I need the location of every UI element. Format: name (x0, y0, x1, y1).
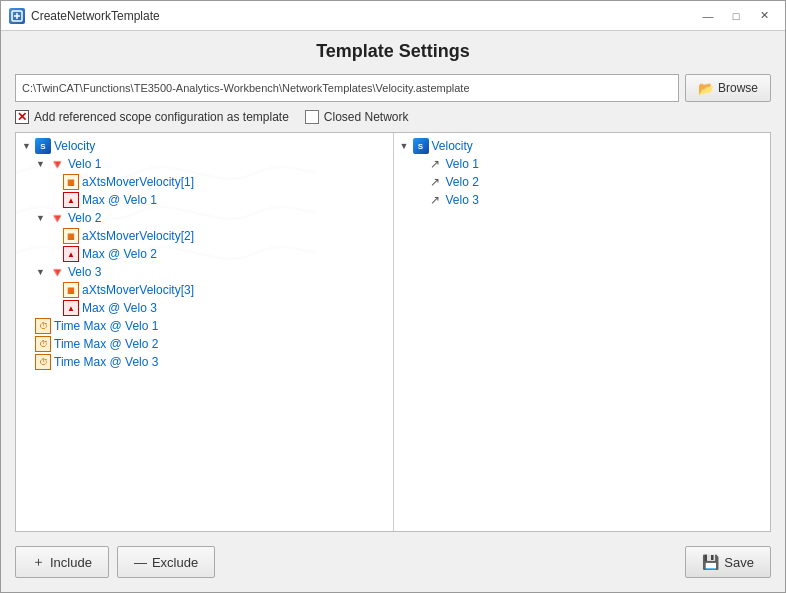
browse-button[interactable]: 📂 Browse (685, 74, 771, 102)
footer-left-buttons: ＋ Include — Exclude (15, 546, 215, 578)
main-content: Template Settings 📂 Browse ✕ Add referen… (1, 31, 785, 592)
left-tree-root[interactable]: ▼ S Velocity (20, 137, 389, 155)
left-root-label: Velocity (54, 139, 95, 153)
maximize-button[interactable]: □ (723, 5, 749, 27)
scope-icon: S (35, 138, 51, 154)
left-time2-label: Time Max @ Velo 2 (54, 337, 158, 351)
max-icon: ▲ (63, 192, 79, 208)
left-velo3-label: Velo 3 (68, 265, 101, 279)
closed-network-label: Closed Network (324, 110, 409, 124)
closed-network-checkbox[interactable] (305, 110, 319, 124)
scope-config-label: Add referenced scope configuration as te… (34, 110, 289, 124)
left-time3-label: Time Max @ Velo 3 (54, 355, 158, 369)
panels-container: ▼ S Velocity ▼ 🔻 Velo 1 ▶ ▦ aXtsMoverVel… (15, 132, 771, 532)
save-button[interactable]: 💾 Save (685, 546, 771, 578)
array-icon2: ▦ (63, 228, 79, 244)
time-icon1: ⏱ (35, 318, 51, 334)
right-root-label: Velocity (432, 139, 473, 153)
left-array3-label: aXtsMoverVelocity[3] (82, 283, 194, 297)
left-array2-item[interactable]: ▶ ▦ aXtsMoverVelocity[2] (48, 227, 389, 245)
template-path-input[interactable] (15, 74, 679, 102)
scope-config-checkbox-label[interactable]: ✕ Add referenced scope configuration as … (15, 110, 289, 124)
expand-icon: ▼ (36, 267, 46, 277)
left-velo2-label: Velo 2 (68, 211, 101, 225)
expand-icon: ▼ (36, 213, 46, 223)
exclude-minus-icon: — (134, 555, 147, 570)
right-velo1-item[interactable]: ▶ ↗ Velo 1 (412, 155, 767, 173)
left-max3-item[interactable]: ▶ ▲ Max @ Velo 3 (48, 299, 389, 317)
exclude-label: Exclude (152, 555, 198, 570)
right-panel: ▼ S Velocity ▶ ↗ Velo 1 ▶ ↗ Velo 2 (394, 133, 771, 531)
include-button[interactable]: ＋ Include (15, 546, 109, 578)
scope-config-checkmark: ✕ (17, 111, 27, 123)
title-bar-left: CreateNetworkTemplate (9, 8, 160, 24)
title-bar: CreateNetworkTemplate — □ ✕ (1, 1, 785, 31)
left-max3-label: Max @ Velo 3 (82, 301, 157, 315)
right-velo1-label: Velo 1 (446, 157, 479, 171)
velo-item-icon3: ↗ (427, 192, 443, 208)
title-bar-controls: — □ ✕ (695, 5, 777, 27)
include-label: Include (50, 555, 92, 570)
expand-icon: ▼ (400, 141, 410, 151)
left-array2-label: aXtsMoverVelocity[2] (82, 229, 194, 243)
left-velo1-group[interactable]: ▼ 🔻 Velo 1 (34, 155, 389, 173)
save-label: Save (724, 555, 754, 570)
browse-label: Browse (718, 81, 758, 95)
expand-icon: ▼ (22, 141, 32, 151)
max-icon3: ▲ (63, 300, 79, 316)
app-icon (9, 8, 25, 24)
left-time3-item[interactable]: ▶ ⏱ Time Max @ Velo 3 (20, 353, 389, 371)
include-plus-icon: ＋ (32, 553, 45, 571)
velo-item-icon1: ↗ (427, 156, 443, 172)
time-icon2: ⏱ (35, 336, 51, 352)
time-icon3: ⏱ (35, 354, 51, 370)
left-velo1-label: Velo 1 (68, 157, 101, 171)
left-max1-label: Max @ Velo 1 (82, 193, 157, 207)
path-row: 📂 Browse (15, 74, 771, 102)
right-velo3-label: Velo 3 (446, 193, 479, 207)
expand-icon: ▼ (36, 159, 46, 169)
channel-group-icon3: 🔻 (49, 264, 65, 280)
left-time2-item[interactable]: ▶ ⏱ Time Max @ Velo 2 (20, 335, 389, 353)
scope-config-checkbox[interactable]: ✕ (15, 110, 29, 124)
array-icon: ▦ (63, 174, 79, 190)
left-time1-item[interactable]: ▶ ⏱ Time Max @ Velo 1 (20, 317, 389, 335)
array-icon3: ▦ (63, 282, 79, 298)
save-icon: 💾 (702, 554, 719, 570)
scope-icon-right: S (413, 138, 429, 154)
minimize-button[interactable]: — (695, 5, 721, 27)
main-window: CreateNetworkTemplate — □ ✕ Template Set… (0, 0, 786, 593)
right-velo2-label: Velo 2 (446, 175, 479, 189)
footer-buttons: ＋ Include — Exclude 💾 Save (15, 540, 771, 582)
closed-network-checkbox-label[interactable]: Closed Network (305, 110, 409, 124)
right-tree-root[interactable]: ▼ S Velocity (398, 137, 767, 155)
page-title: Template Settings (15, 41, 771, 62)
right-velo3-item[interactable]: ▶ ↗ Velo 3 (412, 191, 767, 209)
left-panel: ▼ S Velocity ▼ 🔻 Velo 1 ▶ ▦ aXtsMoverVel… (16, 133, 394, 531)
max-icon2: ▲ (63, 246, 79, 262)
left-velo2-group[interactable]: ▼ 🔻 Velo 2 (34, 209, 389, 227)
left-array1-item[interactable]: ▶ ▦ aXtsMoverVelocity[1] (48, 173, 389, 191)
channel-group-icon: 🔻 (49, 156, 65, 172)
close-button[interactable]: ✕ (751, 5, 777, 27)
left-max2-label: Max @ Velo 2 (82, 247, 157, 261)
left-velo3-group[interactable]: ▼ 🔻 Velo 3 (34, 263, 389, 281)
exclude-button[interactable]: — Exclude (117, 546, 215, 578)
left-time1-label: Time Max @ Velo 1 (54, 319, 158, 333)
window-title: CreateNetworkTemplate (31, 9, 160, 23)
left-max2-item[interactable]: ▶ ▲ Max @ Velo 2 (48, 245, 389, 263)
left-array3-item[interactable]: ▶ ▦ aXtsMoverVelocity[3] (48, 281, 389, 299)
browse-icon: 📂 (698, 81, 714, 96)
right-velo2-item[interactable]: ▶ ↗ Velo 2 (412, 173, 767, 191)
left-max1-item[interactable]: ▶ ▲ Max @ Velo 1 (48, 191, 389, 209)
velo-item-icon2: ↗ (427, 174, 443, 190)
options-row: ✕ Add referenced scope configuration as … (15, 110, 771, 124)
left-array1-label: aXtsMoverVelocity[1] (82, 175, 194, 189)
channel-group-icon2: 🔻 (49, 210, 65, 226)
